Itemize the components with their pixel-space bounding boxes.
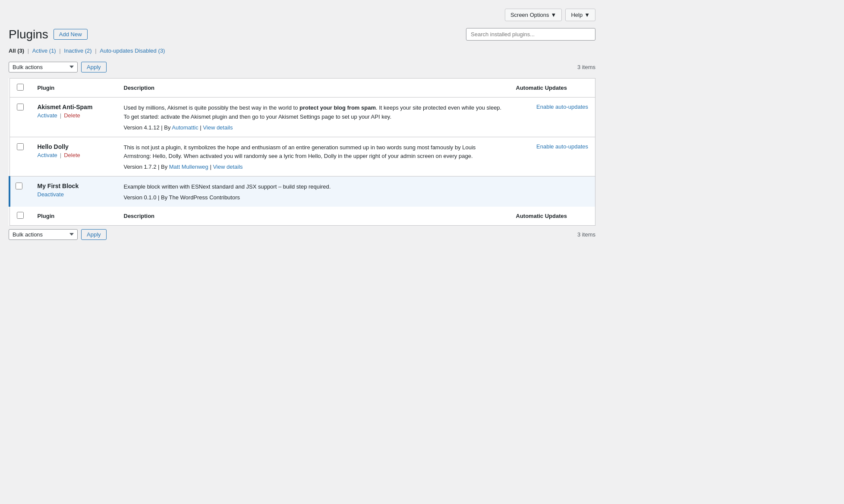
plugin-description: Example block written with ESNext standa… [124, 183, 502, 192]
filter-auto-updates-disabled[interactable]: Auto-updates Disabled (3) [100, 47, 165, 54]
filter-all[interactable]: All (3) [9, 47, 26, 54]
bulk-select-wrapper-bottom: Bulk actionsActivateDeactivateDeleteEnab… [9, 229, 78, 240]
table-row: Hello DollyActivate|DeleteThis is not ju… [9, 137, 595, 176]
table-row: Akismet Anti-SpamActivate|DeleteUsed by … [9, 98, 595, 137]
plugin-action-delete[interactable]: Delete [64, 112, 80, 119]
plugin-actions: Activate|Delete [38, 152, 110, 158]
filter-inactive[interactable]: Inactive (2) [64, 47, 93, 54]
plugin-enable-auto-update[interactable]: Enable auto-updates [536, 143, 588, 150]
plugin-name: Akismet Anti-Spam [38, 104, 110, 110]
plugin-name: Hello Dolly [38, 143, 110, 150]
table-footer-row: Plugin Description Automatic Updates [9, 207, 595, 226]
filter-links: All (3) | Active (1) | Inactive (2) | Au… [9, 47, 595, 54]
help-label: Help [571, 12, 583, 18]
plugin-meta: Version 1.7.2 | By Matt Mullenweg | View… [124, 164, 502, 170]
plugin-action-delete[interactable]: Delete [64, 152, 80, 158]
help-button[interactable]: Help ▼ [565, 9, 595, 21]
page-header: Plugins Add New [9, 28, 595, 41]
plugin-enable-auto-update[interactable]: Enable auto-updates [536, 104, 588, 110]
apply-button-bottom[interactable]: Apply [81, 229, 107, 240]
search-input[interactable] [466, 28, 595, 41]
search-area [466, 28, 595, 41]
th-plugin: Plugin [31, 79, 117, 98]
filter-active[interactable]: Active (1) [32, 47, 58, 54]
tablenav-bottom-left: Bulk actionsActivateDeactivateDeleteEnab… [9, 229, 107, 240]
chevron-down-icon: ▼ [551, 12, 557, 18]
bulk-select-wrapper-top: Bulk actionsActivateDeactivateDeleteEnab… [9, 62, 78, 72]
plugins-table: Plugin Description Automatic Updates Aki… [9, 78, 595, 226]
chevron-down-icon: ▼ [584, 12, 590, 18]
plugin-action-deactivate[interactable]: Deactivate [38, 191, 64, 198]
plugin-author[interactable]: Automattic [172, 124, 198, 131]
tfoot-th-plugin: Plugin [31, 207, 117, 226]
screen-options-label: Screen Options [510, 12, 549, 18]
th-checkbox [9, 79, 31, 98]
items-count-top: 3 items [577, 64, 595, 70]
tfoot-th-description: Description [117, 207, 509, 226]
th-description: Description [117, 79, 509, 98]
tfoot-th-auto-updates: Automatic Updates [509, 207, 595, 226]
action-separator: | [60, 152, 61, 158]
tablenav-top-left: Bulk actionsActivateDeactivateDeleteEnab… [9, 62, 107, 72]
plugin-meta: Version 4.1.12 | By Automattic | View de… [124, 124, 502, 131]
plugin-checkbox[interactable] [17, 104, 24, 110]
th-auto-updates: Automatic Updates [509, 79, 595, 98]
action-separator: | [60, 112, 61, 119]
plugin-view-details[interactable]: View details [203, 124, 233, 131]
title-area: Plugins Add New [9, 28, 88, 41]
items-count-bottom: 3 items [577, 231, 595, 238]
plugin-view-details[interactable]: View details [213, 164, 242, 170]
add-new-button[interactable]: Add New [54, 29, 88, 40]
tablenav-bottom: Bulk actionsActivateDeactivateDeleteEnab… [9, 229, 595, 240]
plugin-actions: Deactivate [38, 191, 110, 198]
table-row: My First BlockDeactivateExample block wr… [9, 176, 595, 207]
plugin-checkbox[interactable] [16, 183, 22, 189]
plugin-description: Used by millions, Akismet is quite possi… [124, 104, 502, 122]
bulk-actions-select-bottom[interactable]: Bulk actionsActivateDeactivateDeleteEnab… [9, 229, 78, 240]
select-all-checkbox-bottom[interactable] [17, 212, 24, 219]
plugin-action-activate[interactable]: Activate [38, 152, 57, 158]
plugin-action-activate[interactable]: Activate [38, 112, 57, 119]
plugin-author[interactable]: Matt Mullenweg [169, 164, 208, 170]
plugin-actions: Activate|Delete [38, 112, 110, 119]
plugin-name: My First Block [38, 183, 110, 189]
plugin-description: This is not just a plugin, it symbolizes… [124, 143, 502, 161]
screen-options-button[interactable]: Screen Options ▼ [505, 9, 562, 21]
bulk-actions-select-top[interactable]: Bulk actionsActivateDeactivateDeleteEnab… [9, 62, 78, 72]
select-all-checkbox-top[interactable] [17, 84, 24, 91]
tablenav-top: Bulk actionsActivateDeactivateDeleteEnab… [9, 59, 595, 75]
page-title: Plugins [9, 28, 48, 41]
apply-button-top[interactable]: Apply [81, 62, 107, 72]
tfoot-th-checkbox [9, 207, 31, 226]
plugin-checkbox[interactable] [17, 143, 24, 150]
table-header-row: Plugin Description Automatic Updates [9, 79, 595, 98]
plugin-meta: Version 0.1.0 | By The WordPress Contrib… [124, 194, 502, 201]
